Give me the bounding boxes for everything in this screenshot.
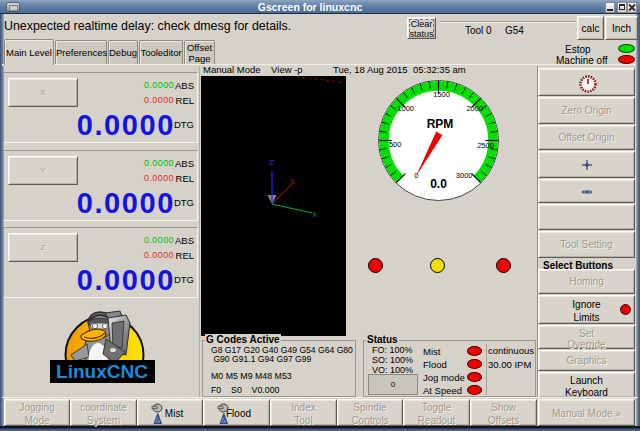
svg-text:0.0: 0.0 bbox=[430, 177, 447, 191]
svg-text:X: X bbox=[312, 210, 317, 219]
svg-text:1000: 1000 bbox=[397, 104, 414, 113]
svg-text:2000: 2000 bbox=[466, 104, 483, 113]
svg-text:3000: 3000 bbox=[456, 171, 473, 180]
svg-text:LinuxCNC: LinuxCNC bbox=[56, 361, 148, 382]
svg-text:Y: Y bbox=[290, 178, 295, 185]
svg-text:RPM: RPM bbox=[427, 117, 454, 131]
svg-text:Z: Z bbox=[269, 158, 274, 167]
svg-text:500: 500 bbox=[389, 140, 402, 149]
svg-text:2500: 2500 bbox=[477, 141, 494, 150]
svg-text:1500: 1500 bbox=[433, 90, 450, 99]
